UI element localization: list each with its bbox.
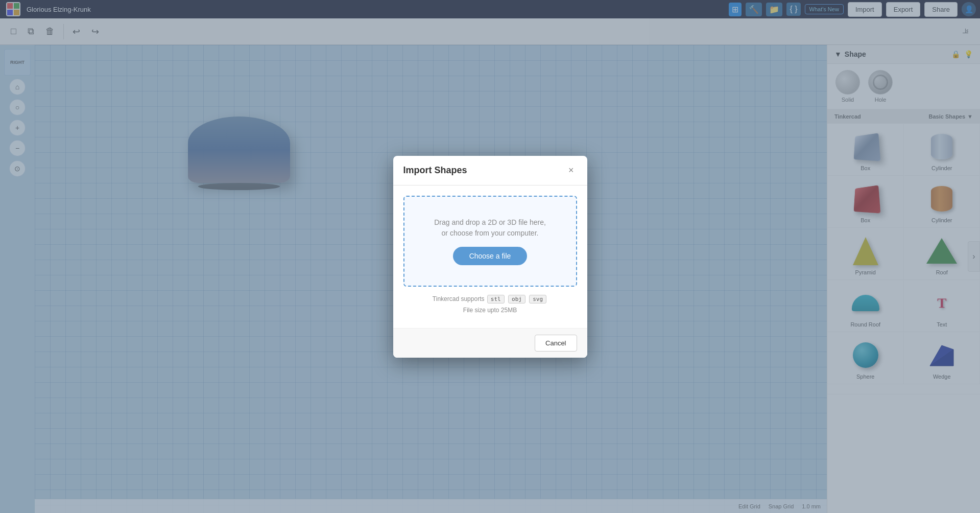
format-svg: svg <box>529 295 546 304</box>
supports-text: Tinkercad supports stl obj svg <box>403 295 577 304</box>
format-obj: obj <box>508 295 525 304</box>
drop-zone-text: Drag and drop a 2D or 3D file here, or c… <box>415 217 566 239</box>
format-stl: stl <box>487 295 505 304</box>
cancel-btn[interactable]: Cancel <box>535 335 577 352</box>
drop-text-line1: Drag and drop a 2D or 3D file here, <box>434 218 546 226</box>
modal-header: Import Shapes × <box>393 156 587 185</box>
supports-label: Tinkercad supports <box>433 295 485 302</box>
modal-actions: Cancel <box>393 328 587 358</box>
modal-footer-info: Tinkercad supports stl obj svg File size… <box>403 295 577 318</box>
file-size-text: File size upto 25MB <box>403 307 577 314</box>
drop-zone[interactable]: Drag and drop a 2D or 3D file here, or c… <box>403 196 577 287</box>
modal-title: Import Shapes <box>403 165 467 176</box>
choose-file-btn[interactable]: Choose a file <box>453 247 528 265</box>
drop-text-line2: or choose from your computer. <box>442 229 539 237</box>
modal-body: Drag and drop a 2D or 3D file here, or c… <box>393 185 587 328</box>
modal-close-btn[interactable]: × <box>565 164 577 177</box>
import-modal: Import Shapes × Drag and drop a 2D or 3D… <box>393 156 587 358</box>
modal-overlay[interactable]: Import Shapes × Drag and drop a 2D or 3D… <box>0 0 980 513</box>
